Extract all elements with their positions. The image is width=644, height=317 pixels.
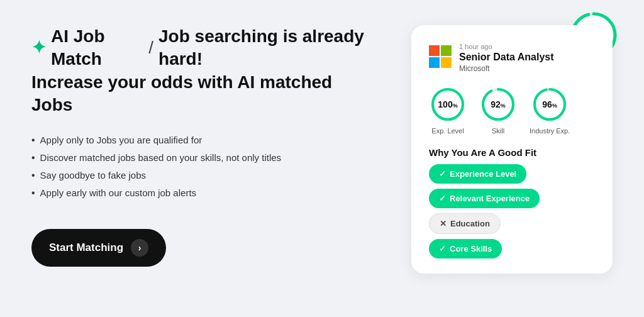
tag-education-label: Education bbox=[450, 219, 490, 228]
metrics-row: 100% Exp. Level 92% Skill bbox=[429, 86, 595, 135]
metric-skill: 92% Skill bbox=[479, 86, 517, 135]
tag-check-icon-1: ✓ bbox=[439, 169, 446, 179]
skill-circle: 92% bbox=[479, 86, 517, 123]
industry-exp-circle: 96% bbox=[531, 86, 569, 123]
tags-container: ✓ Experience Level ✓ Relevant Experience… bbox=[429, 164, 595, 259]
brand-name: AI Job Match bbox=[51, 25, 143, 71]
good-fit-section: Why You Are A Good Fit ✓ Experience Leve… bbox=[429, 147, 595, 259]
tag-experience-level: ✓ Experience Level bbox=[429, 164, 526, 184]
industry-exp-label: Industry Exp. bbox=[530, 127, 570, 135]
tagline: Job searching is already hard! bbox=[158, 25, 374, 71]
ms-logo-yellow bbox=[441, 57, 452, 68]
job-card: 1 hour ago Senior Data Analyst Microsoft… bbox=[411, 25, 613, 274]
brand-line: ✦ AI Job Match / Job searching is alread… bbox=[31, 25, 374, 71]
bullet-4: Apply early with our custom job alerts bbox=[31, 187, 374, 199]
tag-experience-level-label: Experience Level bbox=[450, 169, 516, 179]
tag-relevant-experience: ✓ Relevant Experience bbox=[429, 189, 540, 208]
exp-level-label: Exp. Level bbox=[431, 127, 464, 135]
start-matching-label: Start Matching bbox=[49, 242, 123, 254]
microsoft-logo bbox=[429, 45, 452, 68]
tag-check-icon-3: ✓ bbox=[439, 244, 446, 253]
ms-logo-red bbox=[429, 45, 440, 56]
start-matching-button[interactable]: Start Matching › bbox=[31, 229, 166, 267]
tag-core-skills-label: Core Skills bbox=[450, 244, 492, 253]
arrow-icon: › bbox=[131, 239, 148, 257]
slash: / bbox=[148, 36, 153, 59]
tag-education: ✕ Education bbox=[429, 213, 501, 234]
right-section: 96% Overall 1 hour ago Senior Data Analy… bbox=[399, 25, 613, 274]
left-section: ✦ AI Job Match / Job searching is alread… bbox=[31, 25, 374, 267]
page-container: ✦ AI Job Match / Job searching is alread… bbox=[0, 0, 644, 317]
sparkle-icon: ✦ bbox=[31, 36, 46, 59]
feature-list: Apply only to Jobs you are qualified for… bbox=[31, 135, 374, 199]
bullet-2: Discover matched jobs based on your skil… bbox=[31, 152, 374, 164]
bullet-3: Say goodbye to fake jobs bbox=[31, 170, 374, 181]
bullet-1: Apply only to Jobs you are qualified for bbox=[31, 135, 374, 146]
metric-exp-level: 100% Exp. Level bbox=[429, 86, 467, 135]
tag-core-skills: ✓ Core Skills bbox=[429, 239, 502, 259]
skill-label: Skill bbox=[492, 127, 504, 135]
tag-check-icon-2: ✓ bbox=[439, 194, 446, 203]
job-time-ago: 1 hour ago bbox=[459, 43, 554, 50]
exp-level-circle: 100% bbox=[429, 86, 467, 123]
metric-industry-exp: 96% Industry Exp. bbox=[530, 86, 570, 135]
job-title: Senior Data Analyst bbox=[459, 52, 554, 63]
good-fit-title: Why You Are A Good Fit bbox=[429, 147, 595, 158]
subtitle: Increase your odds with AI matched Jobs bbox=[31, 71, 374, 117]
tag-relevant-experience-label: Relevant Experience bbox=[450, 194, 530, 203]
headline: ✦ AI Job Match / Job searching is alread… bbox=[31, 25, 374, 117]
job-info: 1 hour ago Senior Data Analyst Microsoft bbox=[459, 43, 554, 73]
job-company: Microsoft bbox=[459, 64, 554, 73]
tag-x-icon: ✕ bbox=[440, 219, 447, 228]
ms-logo-green bbox=[441, 45, 452, 56]
job-header: 1 hour ago Senior Data Analyst Microsoft bbox=[429, 43, 595, 73]
ms-logo-blue bbox=[429, 57, 440, 68]
